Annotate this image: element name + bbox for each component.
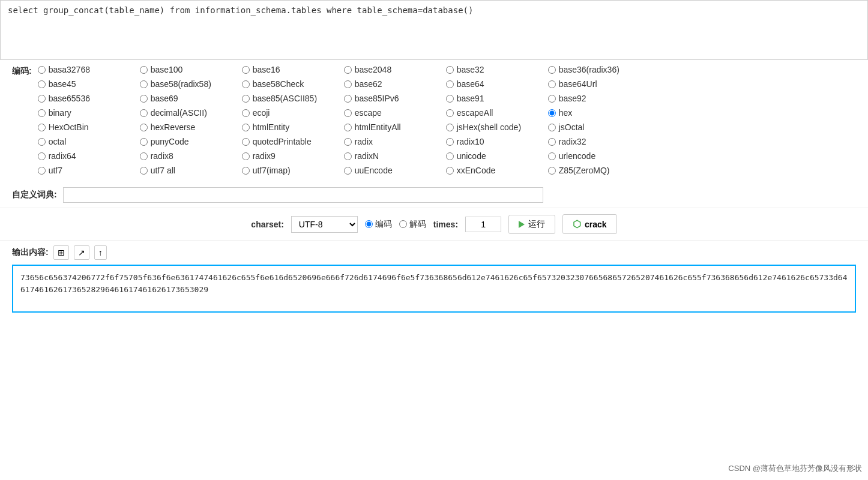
radio-radix64[interactable]: radix64 [38,151,134,161]
encode-radio[interactable]: 编码 [365,219,392,230]
radio-base45[interactable]: base45 [38,79,134,89]
radio-htmlentity[interactable]: htmlEntity [242,122,338,132]
output-label: 输出内容: [12,247,49,258]
radio-htmlentityall[interactable]: htmlEntityAll [344,122,440,132]
radio-base100[interactable]: base100 [140,65,236,74]
radio-radix[interactable]: radix [344,137,440,146]
export-button[interactable]: ↗ [74,245,89,260]
radio-ecoji[interactable]: ecoji [242,108,338,118]
decode-radio[interactable]: 解码 [399,219,426,230]
encoding-row-4: binary decimal(ASCII) ecoji escape escap… [38,108,858,120]
encoding-row-6: octal punyCode quotedPrintable radix rad… [38,137,858,149]
radio-base62[interactable]: base62 [344,79,440,89]
sql-input[interactable]: select group_concat(table_name) from inf… [0,0,868,60]
radio-radix8[interactable]: radix8 [140,151,236,161]
radio-base16[interactable]: base16 [242,65,338,74]
radio-utf7[interactable]: utf7 [38,166,134,175]
run-label: 运行 [528,219,545,230]
radio-base85ipv6[interactable]: base85IPv6 [344,94,440,103]
encoding-row-3: base65536 base69 base85(ASCII85) base85I… [38,94,858,106]
times-label: times: [433,220,458,229]
encoding-row-2: base45 base58(radix58) base58Check base6… [38,79,858,91]
radio-jsoctal[interactable]: jsOctal [548,122,644,132]
radio-base92[interactable]: base92 [548,94,644,103]
controls-section: charset: UTF-8 GBK GB2312 ISO-8859-1 编码 … [0,208,868,241]
radio-base69[interactable]: base69 [140,94,236,103]
radio-base85ascii[interactable]: base85(ASCII85) [242,94,338,103]
dict-label: 自定义词典: [12,190,57,200]
copy-button[interactable]: ⊞ [53,245,69,260]
radio-escapeall[interactable]: escapeAll [446,108,542,118]
encoding-row-1: basa32768 base100 base16 base2048 base32… [38,65,858,77]
radio-binary[interactable]: binary [38,108,134,118]
encoding-section: 编码: basa32768 base100 base16 base2048 ba… [0,60,868,182]
run-button[interactable]: 运行 [508,215,555,234]
radio-z85[interactable]: Z85(ZeroMQ) [548,166,644,175]
radio-basa32768[interactable]: basa32768 [38,65,134,74]
radio-xxencode[interactable]: xxEnCode [446,166,542,175]
encoding-label: 编码: [12,66,32,77]
radio-radix32[interactable]: radix32 [548,137,644,146]
radio-urlencode[interactable]: urlencode [548,151,644,161]
dict-section: 自定义词典: [0,182,868,208]
dict-input[interactable] [63,187,543,203]
radio-base2048[interactable]: base2048 [344,65,440,74]
radio-utf7all[interactable]: utf7 all [140,166,236,175]
radio-base64[interactable]: base64 [446,79,542,89]
radio-quotedprintable[interactable]: quotedPrintable [242,137,338,146]
upload-button[interactable]: ↑ [94,245,107,260]
times-input[interactable] [465,217,501,232]
query-area[interactable]: select group_concat(table_name) from inf… [0,0,868,60]
crack-button[interactable]: ⬡ crack [562,214,617,234]
charset-label: charset: [251,220,283,229]
encoding-row-8: utf7 utf7 all utf7(imap) uuEncode xxEnCo… [38,166,858,178]
run-icon [519,221,525,228]
radio-uuencode[interactable]: uuEncode [344,166,440,175]
decode-label: 解码 [409,219,426,230]
radio-jshex[interactable]: jsHex(shell code) [446,122,542,132]
radio-unicode[interactable]: unicode [446,151,542,161]
output-content: 73656c656374206772f6f75705f636f6e6361747… [12,265,856,313]
copy-icon: ⊞ [58,248,65,257]
radio-base58[interactable]: base58(radix58) [140,79,236,89]
radio-octal[interactable]: octal [38,137,134,146]
radio-decimal[interactable]: decimal(ASCII) [140,108,236,118]
output-header: 输出内容: ⊞ ↗ ↑ [12,245,856,260]
radio-radix9[interactable]: radix9 [242,151,338,161]
crack-icon: ⬡ [573,218,581,230]
encoding-grid: basa32768 base100 base16 base2048 base32… [38,65,858,180]
radio-base36[interactable]: base36(radix36) [548,65,644,74]
radio-punycode[interactable]: punyCode [140,137,236,146]
radio-base32[interactable]: base32 [446,65,542,74]
radio-radix10[interactable]: radix10 [446,137,542,146]
radio-utf7imap[interactable]: utf7(imap) [242,166,338,175]
export-icon: ↗ [78,248,85,257]
encoding-row-5: HexOctBin hexReverse htmlEntity htmlEnti… [38,122,858,134]
radio-base91[interactable]: base91 [446,94,542,103]
charset-select[interactable]: UTF-8 GBK GB2312 ISO-8859-1 [291,216,358,233]
radio-hexoctbin[interactable]: HexOctBin [38,122,134,132]
output-section: 输出内容: ⊞ ↗ ↑ 73656c656374206772f6f75705f6… [0,241,868,317]
encode-label: 编码 [375,219,392,230]
radio-base65536[interactable]: base65536 [38,94,134,103]
radio-base64url[interactable]: base64Url [548,79,644,89]
radio-hexreverse[interactable]: hexReverse [140,122,236,132]
radio-radixn[interactable]: radixN [344,151,440,161]
radio-base58check[interactable]: base58Check [242,79,338,89]
radio-escape[interactable]: escape [344,108,440,118]
crack-label: crack [585,220,607,229]
encoding-row-7: radix64 radix8 radix9 radixN unicode url… [38,151,858,163]
upload-icon: ↑ [98,248,103,257]
radio-hex[interactable]: hex [548,108,644,118]
